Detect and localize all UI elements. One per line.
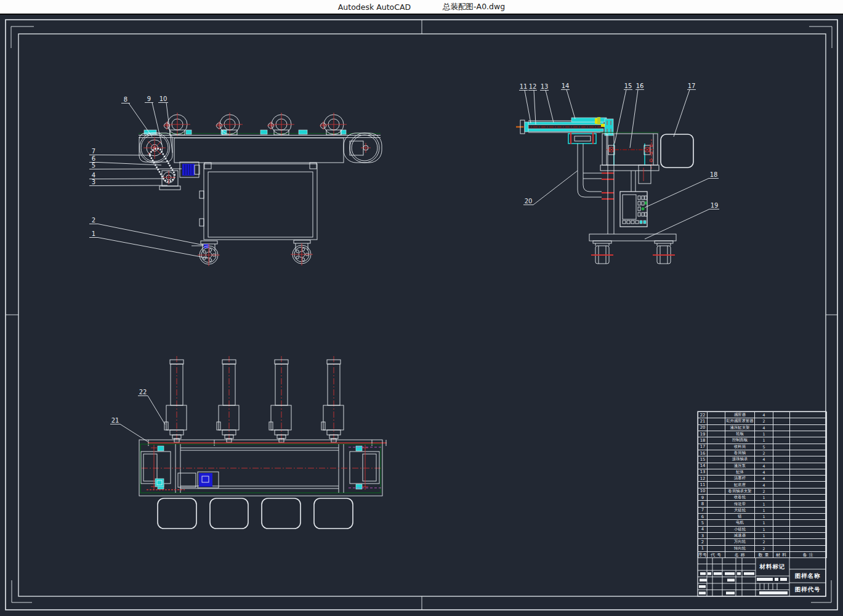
svg-text:9: 9 [147, 95, 151, 102]
parts-cell [708, 431, 725, 437]
svg-text:17: 17 [688, 83, 696, 89]
parts-cell [773, 533, 790, 539]
parts-cell [708, 495, 725, 501]
collection-box [661, 134, 693, 168]
parts-cell: 1 [755, 533, 773, 539]
parts-cell: 4 [755, 469, 773, 476]
app-title: Autodesk AutoCAD [338, 2, 411, 12]
parts-cell [790, 520, 827, 526]
parts-cell [790, 501, 827, 507]
parts-cell: 1 [755, 437, 773, 444]
svg-text:5: 5 [92, 162, 95, 169]
callout-21: 21 [110, 417, 148, 442]
parts-cell: 5 [755, 444, 773, 450]
parts-cell: 8 [698, 501, 708, 507]
parts-cell: 1 [755, 527, 773, 533]
parts-cell: 传送带 [725, 501, 755, 507]
parts-cell: 2 [755, 539, 773, 545]
parts-cell [773, 501, 790, 507]
parts-cell [773, 527, 790, 533]
motor-plan [147, 472, 219, 490]
parts-cell [790, 508, 827, 514]
parts-cell: 卷筒轴 [725, 450, 755, 456]
parts-cell [773, 508, 790, 514]
view-side-elevation [139, 113, 382, 266]
parts-cell: 12 [698, 476, 708, 482]
parts-cell [790, 482, 827, 488]
parts-cell [708, 444, 725, 450]
parts-cell [708, 463, 725, 469]
document-filename: 总装配图-A0.dwg [443, 2, 505, 12]
parts-cell: 9 [698, 495, 708, 501]
parts-cell [708, 520, 725, 526]
parts-cell: 1 [755, 520, 773, 526]
svg-text:7: 7 [92, 148, 95, 155]
parts-cell: 20 [698, 425, 708, 431]
base-plate [589, 234, 676, 241]
parts-cell: 5 [698, 520, 708, 526]
parts-cell: 感应器 [725, 412, 755, 418]
callout-14: 14 [561, 83, 575, 119]
cabinet [200, 163, 317, 240]
parts-cell [773, 437, 790, 444]
parts-cell: 收卷轮 [725, 495, 755, 501]
parts-cell [773, 476, 790, 482]
parts-cell [708, 469, 725, 476]
parts-cell: 链 [725, 514, 755, 520]
parts-cell: 22 [698, 412, 708, 418]
title-block-drawing-code: 图样代号 [789, 583, 826, 596]
parts-cell: 缸底座 [725, 482, 755, 488]
parts-cell: 15 [698, 456, 708, 463]
parts-cell: 13 [698, 469, 708, 476]
parts-cell: 4 [755, 412, 773, 418]
parts-cell: 1 [755, 508, 773, 514]
parts-cell: 1 [698, 546, 708, 552]
parts-cell: 液压泵 [725, 463, 755, 469]
parts-cell [790, 463, 827, 469]
parts-header-cell: 序号 [698, 552, 708, 558]
title-block-drawing-name: 图样名称 [789, 569, 826, 583]
motor-side [180, 162, 200, 177]
parts-cell [708, 488, 725, 495]
svg-text:1: 1 [92, 230, 95, 237]
callout-2: 2 [89, 217, 204, 245]
parts-cell: 转向轮 [725, 546, 755, 552]
parts-cell [790, 450, 827, 456]
parts-cell: 大链轮 [725, 508, 755, 514]
parts-cell: 2 [698, 539, 708, 545]
parts-cell [708, 425, 725, 431]
svg-text:16: 16 [636, 83, 644, 89]
parts-cell: 10 [698, 488, 708, 495]
parts-cell: 活塞杆 [725, 476, 755, 482]
parts-cell [773, 463, 790, 469]
parts-cell: 2 [755, 450, 773, 456]
parts-cell: 轮板 [725, 431, 755, 437]
view-plan [139, 356, 387, 529]
svg-text:21: 21 [111, 417, 119, 424]
parts-cell [790, 527, 827, 533]
parts-cell: 17 [698, 444, 708, 450]
parts-cell [708, 527, 725, 533]
callout-9: 9 [145, 95, 162, 145]
parts-cell [773, 520, 790, 526]
parts-cell [773, 456, 790, 463]
callout-22: 22 [138, 389, 165, 424]
parts-cell [708, 539, 725, 545]
parts-cell: 7 [698, 508, 708, 514]
parts-cell: 1 [755, 501, 773, 507]
parts-cell [773, 546, 790, 552]
parts-cell: 控制面板 [725, 437, 755, 444]
svg-text:4: 4 [92, 172, 95, 179]
parts-cell [708, 514, 725, 520]
parts-cell [773, 539, 790, 545]
control-panel[interactable] [620, 192, 647, 227]
parts-cell [790, 488, 827, 495]
parts-cell: 2 [755, 488, 773, 495]
parts-cell: 液压缸支架 [725, 425, 755, 431]
svg-text:8: 8 [124, 96, 127, 103]
parts-cell [708, 476, 725, 482]
view-end-elevation [516, 117, 693, 264]
parts-cell: 1 [755, 514, 773, 520]
parts-cell: 电机 [725, 520, 755, 526]
parts-header-cell: 代 号 [708, 552, 725, 558]
